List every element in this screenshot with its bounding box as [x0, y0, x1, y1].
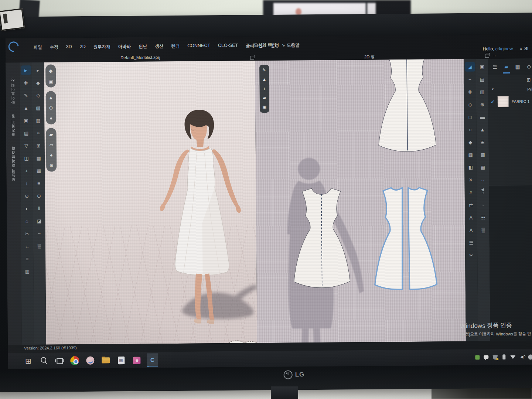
calculator-icon[interactable]	[116, 353, 127, 366]
pattern-front-top[interactable]	[376, 59, 439, 157]
restore-3d-window-icon[interactable]	[250, 56, 254, 59]
free-sewing-tool-2d[interactable]: ▤	[477, 74, 487, 84]
attach-garment-tool[interactable]: ▲	[478, 125, 487, 134]
task-view-button[interactable]	[54, 354, 65, 367]
account-menu[interactable]: » SI	[521, 45, 529, 51]
avatar-skin-icon[interactable]: ●	[47, 150, 56, 159]
fold-arrangement-tool[interactable]: ▽	[21, 141, 31, 150]
button-tool[interactable]: ⊙	[34, 191, 44, 201]
wifi-icon[interactable]	[510, 354, 516, 360]
avatar-display-icon[interactable]: ●	[47, 113, 55, 122]
menu-render[interactable]: 렌더	[171, 42, 180, 49]
viewport-3d[interactable]: ◆▣ ▲⊙● ▰▱●⊕	[44, 61, 257, 344]
pattern-front[interactable]	[291, 185, 352, 293]
select-move-tool[interactable]: ►	[21, 65, 31, 75]
tray-circle-icon[interactable]	[528, 354, 532, 360]
mirror-paste-tool[interactable]: ⇄	[466, 200, 475, 210]
menu-3d[interactable]: 3D	[66, 44, 72, 49]
free-sewing-machine-tool[interactable]: ▤	[21, 128, 31, 138]
texture-garment-tool[interactable]: ▩	[34, 153, 43, 163]
username[interactable]: crkginew	[495, 46, 513, 51]
ruler-tool[interactable]: ▥	[23, 266, 32, 276]
circle-pattern-tool[interactable]: ○	[466, 125, 475, 134]
clo-logo-icon[interactable]	[6, 40, 21, 54]
menu-connect[interactable]: CONNECT	[187, 43, 210, 48]
menu-fabric[interactable]: 원단	[139, 42, 147, 50]
expand-panel-icon[interactable]: →	[492, 53, 497, 57]
solidify-garment-tool[interactable]: ▲	[21, 103, 31, 113]
chrome-icon[interactable]	[69, 354, 80, 367]
shirring-tool[interactable]: ~	[478, 200, 488, 209]
sculpt-brush-tool[interactable]: ✎	[21, 91, 31, 100]
render-style-icon[interactable]: ◆	[46, 66, 55, 75]
zipper-tool[interactable]: ‖	[34, 204, 44, 213]
texture-pattern-tool[interactable]: ▩	[478, 150, 487, 159]
polygon-pattern-tool[interactable]: ◇	[465, 100, 475, 109]
grab-fabric-tool[interactable]: ⊞	[34, 141, 43, 150]
dart-tool[interactable]: ◆	[466, 137, 475, 147]
text-tool[interactable]: A	[466, 213, 476, 222]
segment-sewing-tool[interactable]: ▣	[477, 62, 487, 71]
tweak-fabric-tool[interactable]: ▧	[34, 116, 43, 125]
fabric-view-off-icon[interactable]: ▱	[47, 140, 56, 149]
fabric-2d-icon[interactable]: ▰	[260, 94, 269, 102]
dock-tab-favorites[interactable]: 즐겨찾기 창	[10, 114, 16, 137]
cut-tool[interactable]: ✕	[466, 175, 475, 185]
tray-app-icon[interactable]	[474, 354, 480, 360]
edit-pattern-icon[interactable]: ✎	[260, 66, 268, 74]
pin-display-icon[interactable]: ⊙	[47, 103, 55, 112]
fabric-view-on-icon[interactable]: ▰	[47, 130, 55, 139]
cut-sew-tool[interactable]: ✂	[467, 250, 476, 260]
menu-file[interactable]: 파일	[34, 43, 42, 50]
viewport-2d[interactable]: ✎▲i▰▣	[255, 59, 466, 343]
tab-fabric[interactable]: ▰	[502, 62, 510, 71]
edit-sewing-tool[interactable]: ⊕	[477, 99, 487, 109]
menu-materials[interactable]: 원부자재	[93, 43, 110, 50]
tab-scene-list[interactable]: ☰	[491, 62, 499, 71]
pattern-back-left[interactable]	[371, 185, 405, 293]
grid-pattern-tool[interactable]: ▦	[466, 150, 475, 160]
edit-curvature-tool[interactable]: ~	[465, 75, 475, 84]
transform-pattern-tool[interactable]: ◢	[465, 62, 475, 72]
dock-tab-library[interactable]: 라이브러리 창	[10, 77, 16, 104]
fabric-checkmark-icon[interactable]: ✔	[491, 99, 495, 105]
tab-button[interactable]: ⊙	[525, 62, 532, 71]
environment-icon[interactable]: ⊕	[47, 161, 56, 170]
usb-device-icon[interactable]	[501, 354, 507, 360]
fabric-swatch[interactable]	[498, 96, 509, 107]
dock-tab-modular-library[interactable]: 모듈러 라이브러리	[10, 146, 16, 182]
tab-trim[interactable]: ▦	[514, 62, 522, 71]
volume-muted-icon[interactable]: ◀	[519, 354, 525, 360]
needle-tool[interactable]: ↕	[22, 178, 31, 188]
restore-2d-window-icon[interactable]	[485, 54, 489, 58]
checker-garment-tool[interactable]: ▦	[34, 166, 44, 175]
korean-app-icon[interactable]	[85, 354, 96, 367]
checker-pattern-tool[interactable]: ▦	[478, 162, 488, 172]
pattern-back-right[interactable]	[406, 184, 441, 293]
trace-tool[interactable]: #	[466, 188, 475, 197]
add-point-tool[interactable]: ✚	[465, 87, 475, 97]
start-button[interactable]: ⊞	[23, 354, 34, 367]
fabric-list-item[interactable]: ✔ FABRIC 1	[488, 94, 532, 109]
file-explorer-icon[interactable]	[100, 354, 111, 367]
steam-tool[interactable]: ≡	[34, 178, 44, 188]
search-button[interactable]	[38, 354, 49, 367]
clo-taskbar-icon[interactable]: C	[147, 353, 158, 366]
pleat-fold-tool[interactable]: ☷	[478, 212, 488, 222]
measure-tool[interactable]: ↔	[478, 175, 488, 184]
sewing-machine-tool[interactable]: ▣	[21, 116, 31, 125]
menu-closet[interactable]: CLO-SET	[218, 43, 238, 48]
popup-close-icon[interactable]: ✕	[290, 42, 294, 47]
marker-tool[interactable]: ≡	[23, 254, 32, 263]
grab-pattern-tool[interactable]: ⊞	[478, 137, 487, 147]
steam-iron-tool[interactable]: ▬	[478, 112, 487, 122]
avatar-pair-tool[interactable]: ◫	[21, 153, 31, 163]
stitch-style-tool[interactable]: ~	[34, 229, 44, 238]
drag-fabric-tool[interactable]: ▨	[33, 103, 43, 113]
measuring-tape-tool[interactable]: ↔	[22, 241, 32, 251]
hanger-tool[interactable]: ⌂	[22, 216, 32, 226]
add-fabric-icon[interactable]: ⊞	[526, 77, 531, 82]
magnet-tool[interactable]: ◐	[22, 204, 32, 213]
collapse-panel-icon[interactable]: ◀	[481, 187, 484, 192]
rectangle-pattern-tool[interactable]: □	[466, 112, 475, 122]
